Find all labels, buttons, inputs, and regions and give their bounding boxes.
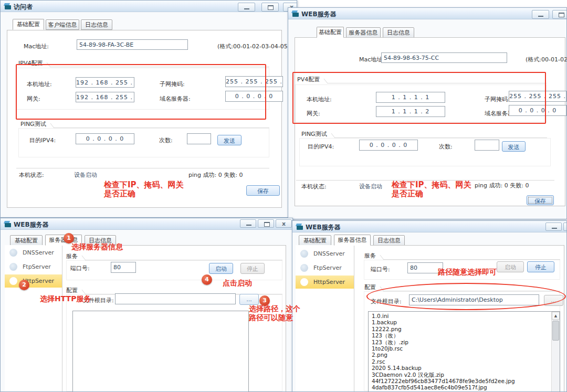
tab-basic-config[interactable]: 基础配置 — [10, 235, 43, 246]
file-list-item[interactable]: 2.rsc — [372, 358, 560, 365]
file-list-item[interactable]: 3CDaemon v2.0 汉化版.zip — [372, 372, 560, 378]
server-item-label: DNSServer — [23, 249, 54, 256]
annotation-check-ip-line2: 是否正确 — [392, 189, 423, 199]
minimize-button[interactable] — [238, 3, 255, 12]
server-list-item-ftpserver[interactable]: FtpServer — [5, 260, 62, 273]
mac-format-note: (格式:00-01-02-03-04-05) — [217, 43, 290, 50]
service-group-label: 服务 — [364, 252, 377, 260]
minimize-button[interactable] — [532, 10, 549, 19]
titlebar[interactable]: WEB服务器 — [288, 8, 566, 19]
port-label: 端口号: — [70, 264, 90, 272]
server-list-item-httpserver[interactable]: HttpServer — [296, 276, 354, 289]
maximize-button[interactable] — [552, 10, 567, 19]
mac-address-field[interactable]: 54-89-98-63-75-CC — [381, 52, 507, 63]
file-list-item[interactable]: 4dafb837cfb5d541aec8e6c4b09e517f.jpg — [372, 384, 560, 390]
save-button[interactable]: 保存 — [527, 195, 554, 205]
ping-dest-field[interactable]: 0 . 0 . 0 . 0 — [359, 140, 418, 151]
tab-basic-config[interactable]: 基础配置 — [317, 27, 344, 38]
minimize-icon — [244, 8, 249, 9]
annotation-choose-path-line1: 选择路径，这个 — [249, 304, 300, 314]
file-list-item[interactable]: 123（改） — [372, 332, 560, 338]
maximize-icon — [559, 13, 564, 17]
annotation-select-server-tab: 选择服务器信息 — [71, 242, 123, 252]
service-group-header: 服务 — [66, 253, 282, 260]
minimize-button[interactable] — [240, 219, 256, 228]
minimize-button[interactable] — [545, 223, 562, 231]
file-list-item[interactable]: 1.backup — [372, 319, 560, 325]
maximize-icon — [268, 5, 274, 10]
root-dir-field[interactable] — [115, 293, 236, 304]
server-radio-icon — [300, 278, 308, 286]
annotation-rect-ipv4-webserver — [292, 72, 546, 124]
tab-server-info[interactable]: 服务器信息 — [346, 27, 381, 38]
file-list-item[interactable]: 12222.png — [372, 326, 560, 332]
stop-button[interactable]: 停止 — [527, 261, 554, 272]
annotation-rect-ipv4-visitor — [16, 64, 266, 120]
file-list-item[interactable]: 123（改）.zip — [372, 339, 560, 345]
ping-count-label: 次数: — [439, 143, 453, 151]
file-list-item[interactable]: 1to20jb.rsc — [372, 345, 560, 352]
server-radio-icon — [9, 263, 17, 271]
ping-count-field[interactable] — [187, 133, 211, 144]
mac-address-field[interactable]: 54-89-98-FA-3C-BE — [77, 39, 188, 50]
file-list-item[interactable]: 44f127222ebf96cb83477d14678fe9e3de5fd2ee… — [372, 378, 560, 384]
file-list-scrollbar[interactable]: ▲ — [551, 312, 560, 392]
stop-button[interactable]: 停止 — [240, 263, 265, 274]
window-title: WEB服务器 — [301, 10, 337, 19]
start-button[interactable]: 启动 — [209, 263, 233, 274]
service-group-header: 服务 — [364, 252, 560, 260]
file-list-item[interactable]: 2020 5.14.backup — [372, 365, 560, 371]
maximize-button[interactable] — [258, 219, 274, 228]
server-item-label: DNSServer — [313, 250, 345, 257]
file-list[interactable]: 1.0.ini 1.backup 12222.png 123（改） 123（改）… — [368, 311, 560, 392]
ping-dest-label: 目的IPV4: — [29, 136, 56, 144]
tab-log-info[interactable]: 日志信息 — [383, 27, 414, 38]
tab-client-info[interactable]: 客户端信息 — [46, 19, 79, 30]
scrollbar-thumb[interactable] — [552, 321, 559, 341]
browse-button[interactable]: ... — [239, 294, 259, 305]
maximize-button[interactable] — [261, 3, 279, 12]
minimize-icon — [538, 16, 543, 17]
scrollbar-up-icon[interactable]: ▲ — [552, 312, 560, 320]
titlebar[interactable]: WEB服务器 — [292, 221, 566, 232]
config-group-label: 配置 — [66, 287, 79, 294]
server-list-item-dnsserver[interactable]: DNSServer — [296, 247, 354, 260]
tab-server-info[interactable]: 服务器信息 — [334, 235, 371, 246]
titlebar[interactable]: WEB服务器 x — [1, 218, 292, 230]
server-list: DNSServer FtpServer HttpServer — [5, 245, 62, 392]
titlebar[interactable]: 访问者 x — [1, 1, 297, 12]
send-button[interactable]: 发送 — [217, 135, 242, 145]
server-radio-icon — [9, 249, 17, 257]
ping-count-field[interactable] — [475, 140, 499, 151]
tab-basic-config[interactable]: 基础配置 — [13, 19, 44, 30]
ping-group-header: PING测试 — [301, 131, 547, 138]
ping-group-label: PING测试 — [20, 120, 48, 128]
start-button[interactable]: 启动 — [497, 261, 524, 272]
config-group-label: 配置 — [364, 283, 377, 291]
close-button[interactable]: x — [276, 219, 292, 228]
tab-log-info[interactable]: 日志信息 — [81, 19, 112, 30]
file-list-items: 1.0.ini 1.backup 12222.png 123（改） 123（改）… — [369, 312, 560, 392]
annotation-step-2-badge: 2 — [19, 280, 29, 290]
tab-log-info[interactable]: 日志信息 — [373, 235, 405, 246]
file-list[interactable] — [72, 311, 249, 392]
server-list-item-httpserver[interactable]: HttpServer — [5, 274, 62, 288]
annotation-select-http: 选择HTTP服务 — [40, 294, 91, 304]
status-divider — [16, 168, 269, 168]
file-list-item[interactable]: 1.0.ini — [372, 313, 560, 319]
send-button[interactable]: 发送 — [502, 141, 526, 152]
port-field[interactable]: 80 — [111, 262, 136, 273]
service-group-label: 服务 — [66, 252, 79, 260]
mac-format-note: (格式:00-01-02-03-04-05) — [526, 56, 567, 63]
maximize-button[interactable] — [563, 223, 567, 231]
device-status-label: 本机状态: — [19, 171, 44, 179]
server-list-item-dnsserver[interactable]: DNSServer — [5, 246, 62, 259]
tab-basic-config[interactable]: 基础配置 — [299, 235, 331, 246]
server-list-item-ftpserver[interactable]: FtpServer — [296, 261, 354, 274]
file-list-item[interactable]: 2.png — [372, 352, 560, 358]
ping-dest-label: 目的IPV4: — [308, 143, 334, 151]
window-title: 访问者 — [14, 3, 33, 12]
server-radio-icon — [300, 264, 308, 272]
save-button[interactable]: 保存 — [246, 185, 280, 196]
ping-dest-field[interactable]: 0 . 0 . 0 . 0 — [76, 133, 134, 144]
